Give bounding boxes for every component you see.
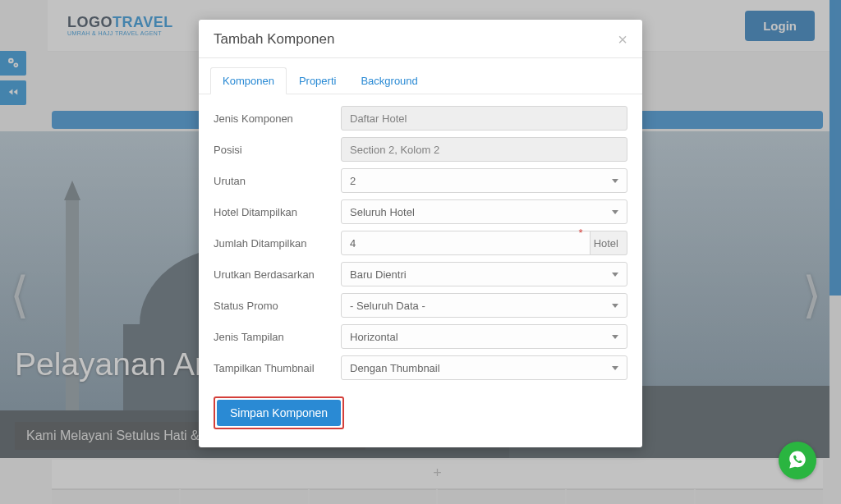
label-status-promo: Status Promo — [214, 300, 341, 312]
select-urutkan-berdasarkan[interactable]: Baru Dientri — [341, 262, 627, 286]
whatsapp-icon — [787, 449, 808, 473]
whatsapp-fab[interactable] — [779, 442, 816, 479]
label-jenis-tampilan: Jenis Tampilan — [214, 331, 341, 343]
required-indicator: * — [579, 227, 583, 251]
save-component-button[interactable]: Simpan Komponen — [217, 400, 341, 426]
save-button-highlight: Simpan Komponen — [214, 396, 344, 429]
select-urutan[interactable]: 2 — [341, 168, 627, 193]
tab-properti[interactable]: Properti — [287, 67, 349, 94]
modal-body: Jenis Komponen Daftar Hotel Posisi Secti… — [199, 94, 642, 380]
label-hotel-ditampilkan: Hotel Ditampilkan — [214, 206, 341, 218]
tab-background[interactable]: Background — [348, 67, 430, 94]
modal-title: Tambah Komponen — [214, 31, 334, 48]
label-urutkan-berdasarkan: Urutkan Berdasarkan — [214, 268, 341, 281]
add-component-modal: Tambah Komponen × Komponen Properti Back… — [199, 20, 642, 447]
modal-close-button[interactable]: × — [618, 31, 627, 48]
input-posisi: Section 2, Kolom 2 — [341, 137, 627, 162]
label-tampilkan-thumbnail: Tampilkan Thumbnail — [214, 362, 341, 374]
select-jenis-tampilan[interactable]: Horizontal — [341, 324, 627, 349]
tab-komponen[interactable]: Komponen — [210, 67, 287, 94]
select-status-promo[interactable]: - Seluruh Data - — [341, 293, 627, 318]
select-tampilkan-thumbnail[interactable]: Dengan Thumbnail — [341, 355, 627, 380]
input-addon-hotel: Hotel — [586, 231, 627, 255]
label-posisi: Posisi — [214, 144, 341, 156]
input-jumlah-ditampilkan[interactable]: 4 — [341, 231, 591, 255]
select-hotel-ditampilkan[interactable]: Seluruh Hotel — [341, 199, 627, 224]
close-icon: × — [618, 30, 627, 48]
label-jenis-komponen: Jenis Komponen — [214, 112, 341, 125]
input-jenis-komponen: Daftar Hotel — [341, 106, 627, 131]
label-urutan: Urutan — [214, 175, 341, 187]
label-jumlah-ditampilkan: Jumlah Ditampilkan — [214, 237, 341, 250]
modal-tabs: Komponen Properti Background — [199, 58, 642, 94]
